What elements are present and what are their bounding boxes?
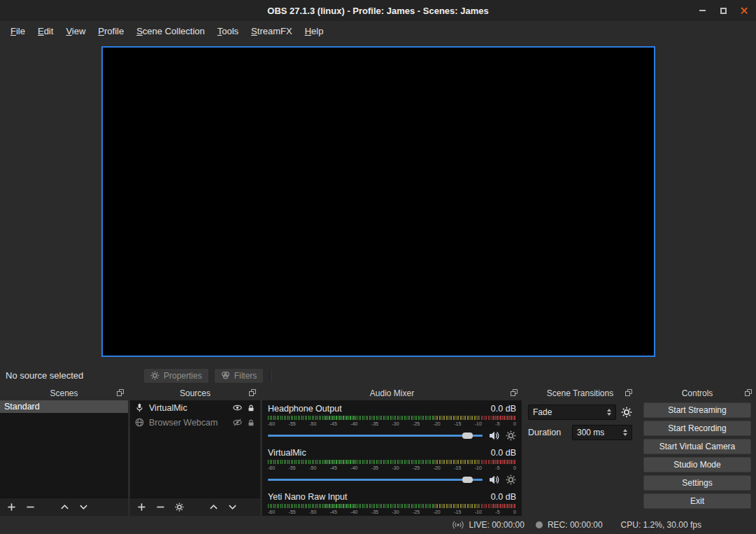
scenes-dock: Scenes Standard [0,386,128,516]
scene-item[interactable]: Standard [0,400,128,413]
menu-view[interactable]: View [59,23,92,39]
sources-dock: Sources VirtualMic Browser Webcam [130,386,260,516]
gear-icon [150,371,159,380]
move-source-down-icon[interactable] [228,503,237,512]
menu-tools[interactable]: Tools [211,23,245,39]
scene-transitions-dock: Scene Transitions Fade Duration 300 ms [524,386,636,516]
remove-source-icon[interactable] [156,503,165,512]
menu-streamfx[interactable]: StreamFX [245,23,299,39]
volume-slider-handle[interactable] [462,433,473,439]
close-button[interactable] [739,6,749,15]
status-bar: LIVE: 00:00:00 REC: 00:00:00 CPU: 1.2%, … [0,516,756,534]
filters-label: Filters [234,371,257,381]
popout-icon[interactable] [745,389,752,396]
sources-list: VirtualMic Browser Webcam [130,400,260,498]
source-name: Browser Webcam [149,418,228,428]
controls-dock-header: Controls [639,386,756,400]
transition-select[interactable]: Fade [528,405,616,420]
audio-mixer-body: Headphone Output 0.0 dB -60-55-50-45-40-… [262,400,522,516]
popout-icon[interactable] [625,389,632,396]
spinbox-arrows-icon[interactable] [619,429,627,436]
mixer-channel-yeti-nano: Yeti Nano Raw Input 0.0 dB -60-55-50-45-… [268,491,516,515]
lock-icon[interactable] [247,404,255,412]
filter-icon [221,371,230,380]
settings-button[interactable]: Settings [643,475,751,491]
cpu-fps-stats: CPU: 1.2%, 30.00 fps [621,520,701,530]
maximize-button[interactable] [718,6,728,15]
titlebar: OBS 27.1.3 (linux) - Profile: James - Sc… [0,0,756,21]
transitions-body: Fade Duration 300 ms [524,400,636,516]
popout-icon[interactable] [249,389,256,396]
start-streaming-button[interactable]: Start Streaming [643,402,751,418]
lock-icon[interactable] [247,419,255,427]
eye-icon[interactable] [233,403,242,412]
move-scene-down-icon[interactable] [79,503,88,512]
audio-mixer-title: Audio Mixer [370,388,414,398]
menu-help[interactable]: Help [299,23,330,39]
sources-title: Sources [180,388,211,398]
start-recording-button[interactable]: Start Recording [643,421,751,436]
preview-canvas[interactable] [101,46,655,357]
window-controls [697,0,749,21]
scenes-list: Standard [0,400,128,498]
mixer-channel-name: VirtualMic [268,448,306,458]
exit-button[interactable]: Exit [643,493,751,509]
move-scene-up-icon[interactable] [60,503,69,512]
transition-selected-value: Fade [533,407,552,417]
volume-scale: -60-55-50-45-40-35-30-25-20-15-10-50 [268,421,516,427]
menubar: File Edit View Profile Scene Collection … [0,21,756,41]
scenes-title: Scenes [50,388,78,398]
globe-icon [135,418,144,427]
selected-source-status: No source selected [0,370,143,381]
source-item[interactable]: Browser Webcam [130,415,260,430]
mixer-channel-level: 0.0 dB [491,492,516,502]
scenes-toolbar [0,498,128,516]
studio-mode-button[interactable]: Studio Mode [643,457,751,472]
mixer-gear-icon[interactable] [506,430,516,441]
menu-profile[interactable]: Profile [92,23,130,39]
audio-mixer-dock-header: Audio Mixer [262,386,522,400]
menu-file[interactable]: File [4,23,31,39]
menu-scene-collection[interactable]: Scene Collection [130,23,211,39]
controls-dock: Controls Start Streaming Start Recording… [639,386,756,516]
combo-arrows-icon[interactable] [603,409,611,416]
start-virtual-camera-button[interactable]: Start Virtual Camera [643,439,751,454]
popout-icon[interactable] [511,389,518,396]
dock-row: Scenes Standard Sources [0,386,756,516]
filters-button[interactable]: Filters [214,368,264,384]
speaker-icon[interactable] [489,475,499,485]
transition-gear-icon[interactable] [621,407,632,418]
volume-slider-handle[interactable] [462,477,473,483]
volume-meter [268,504,516,508]
duration-label: Duration [528,428,561,437]
record-dot-icon [536,521,543,528]
add-scene-icon[interactable] [7,503,16,512]
move-source-up-icon[interactable] [209,503,218,512]
remove-scene-icon[interactable] [26,503,35,512]
transitions-title: Scene Transitions [547,388,613,398]
volume-meter [268,416,516,420]
mixer-gear-icon[interactable] [506,475,516,485]
microphone-icon [135,403,144,412]
volume-scale: -60-55-50-45-40-35-30-25-20-15-10-50 [268,465,516,471]
volume-slider[interactable] [268,428,483,442]
speaker-icon[interactable] [489,430,499,441]
mixer-channel-virtualmic: VirtualMic 0.0 dB -60-55-50-45-40-35-30-… [268,447,516,486]
menu-edit[interactable]: Edit [31,23,59,39]
volume-slider[interactable] [268,472,483,486]
mixer-channel-headphone-output: Headphone Output 0.0 dB -60-55-50-45-40-… [268,403,516,442]
eye-slash-icon[interactable] [233,418,242,427]
controls-title: Controls [682,388,713,398]
mixer-channel-name: Yeti Nano Raw Input [268,492,348,502]
add-source-icon[interactable] [137,503,146,512]
properties-button[interactable]: Properties [143,368,209,384]
rec-time: REC: 00:00:00 [548,520,603,530]
duration-spinbox[interactable]: 300 ms [572,425,632,440]
source-toolbar: No source selected Properties Filters [0,365,756,386]
source-properties-gear-icon[interactable] [175,503,184,512]
window-title: OBS 27.1.3 (linux) - Profile: James - Sc… [0,6,756,16]
minimize-button[interactable] [697,6,707,15]
popout-icon[interactable] [117,389,124,396]
preview-area [0,41,756,365]
source-item[interactable]: VirtualMic [130,400,260,415]
